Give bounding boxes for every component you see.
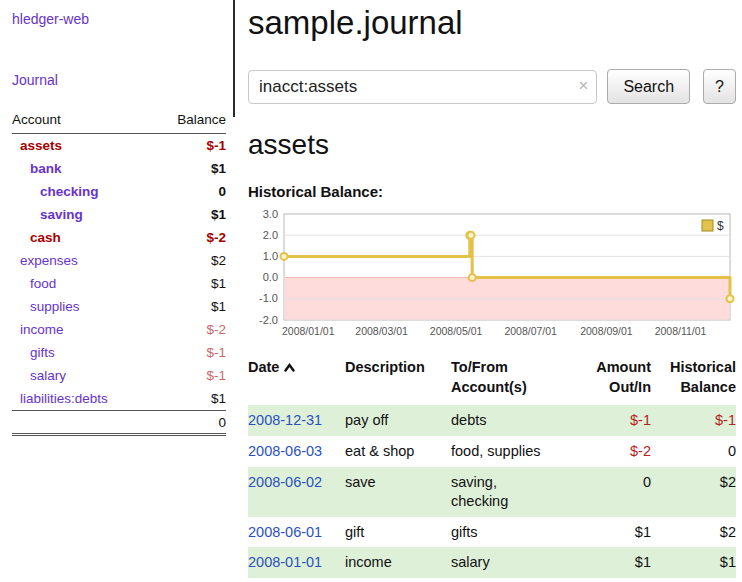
help-button[interactable]: ? (703, 69, 736, 104)
balance-chart: 3.02.01.00.0-1.0-2.02008/01/012008/03/01… (248, 208, 736, 344)
account-link-supplies[interactable]: supplies (30, 299, 80, 314)
sort-ascending-icon (284, 358, 295, 378)
account-link-liabilities-debts[interactable]: liabilities:debts (20, 391, 108, 406)
transaction-balance: $1 (651, 547, 736, 578)
search-box: × (248, 70, 597, 104)
search-row: × Search ? (248, 69, 736, 104)
account-link-bank[interactable]: bank (30, 161, 62, 176)
svg-text:-1.0: -1.0 (259, 292, 278, 304)
svg-text:0.0: 0.0 (263, 271, 278, 283)
register-header-date[interactable]: Date (248, 358, 345, 405)
transaction-balance: $2 (651, 517, 736, 548)
transaction-amount: $1 (569, 547, 651, 578)
account-balance: $-1 (154, 364, 226, 387)
svg-text:$: $ (717, 219, 724, 233)
transaction-date-link[interactable]: 2008-06-01 (248, 524, 322, 540)
svg-text:2008/11/01: 2008/11/01 (655, 325, 707, 337)
clear-search-icon[interactable]: × (578, 76, 588, 96)
register-header-balance: Historical Balance (651, 358, 736, 405)
svg-text:2008/07/01: 2008/07/01 (504, 325, 557, 337)
account-link-income[interactable]: income (20, 322, 64, 337)
account-balance: $-1 (154, 134, 226, 158)
main-content: sample.journal × Search ? assets Histori… (248, 0, 736, 578)
account-balance: $-2 (154, 226, 226, 249)
account-link-gifts[interactable]: gifts (30, 345, 55, 360)
transaction-accounts: debts (451, 405, 569, 436)
search-input[interactable] (248, 70, 597, 104)
accounts-header-row: Account Balance (12, 108, 226, 134)
account-link-cash[interactable]: cash (30, 230, 61, 245)
account-link-saving[interactable]: saving (40, 207, 83, 222)
accounts-header-balance: Balance (154, 108, 226, 134)
transaction-accounts: gifts (451, 517, 569, 548)
sidebar-divider (233, 0, 235, 117)
account-row: cash $-2 (12, 226, 226, 249)
sidebar: hledger-web Journal Account Balance asse… (0, 0, 236, 436)
transaction-date-link[interactable]: 2008-12-31 (248, 412, 322, 428)
account-row: salary $-1 (12, 364, 226, 387)
account-row: assets $-1 (12, 134, 226, 158)
svg-text:2008/09/01: 2008/09/01 (580, 325, 633, 337)
transaction-description: pay off (345, 405, 451, 436)
account-balance: $1 (154, 387, 226, 411)
search-button[interactable]: Search (607, 69, 690, 104)
register-row: 2008-01-01 income salary $1 $1 (248, 547, 736, 578)
register-header-description: Description (345, 358, 451, 405)
transaction-description: save (345, 467, 451, 517)
transaction-amount: $-1 (569, 405, 651, 436)
account-link-assets[interactable]: assets (20, 138, 62, 153)
register-header-accounts: To/From Account(s) (451, 358, 569, 405)
svg-text:2008/03/01: 2008/03/01 (355, 325, 408, 337)
account-balance: $1 (154, 272, 226, 295)
account-link-checking[interactable]: checking (40, 184, 99, 199)
app-brand-link[interactable]: hledger-web (12, 11, 89, 27)
account-link-salary[interactable]: salary (30, 368, 66, 383)
transaction-date-link[interactable]: 2008-06-02 (248, 474, 322, 490)
register-row: 2008-06-01 gift gifts $1 $2 (248, 517, 736, 548)
transaction-description: income (345, 547, 451, 578)
account-link-food[interactable]: food (30, 276, 56, 291)
account-link-expenses[interactable]: expenses (20, 253, 78, 268)
accounts-table: Account Balance assets $-1 bank $1 check… (12, 108, 226, 436)
transaction-accounts: food, supplies (451, 436, 569, 467)
accounts-header-account: Account (12, 108, 154, 134)
account-balance: $2 (154, 249, 226, 272)
transaction-description: gift (345, 517, 451, 548)
chart-container: 3.02.01.00.0-1.0-2.02008/01/012008/03/01… (248, 208, 736, 344)
svg-text:3.0: 3.0 (263, 208, 278, 220)
account-balance: $1 (154, 203, 226, 226)
account-row: gifts $-1 (12, 341, 226, 364)
account-row: liabilities:debts $1 (12, 387, 226, 411)
account-row: income $-2 (12, 318, 226, 341)
account-row: expenses $2 (12, 249, 226, 272)
transaction-amount: $-2 (569, 436, 651, 467)
svg-text:1.0: 1.0 (263, 250, 278, 262)
account-row: saving $1 (12, 203, 226, 226)
register-header-row: Date Description To/From Account(s) Amou… (248, 358, 736, 405)
transaction-date-link[interactable]: 2008-01-01 (248, 554, 322, 570)
transaction-balance: 0 (651, 436, 736, 467)
svg-text:-2.0: -2.0 (259, 314, 278, 326)
chart-title: Historical Balance: (248, 183, 736, 200)
svg-text:2.0: 2.0 (263, 229, 278, 241)
account-balance: $-2 (154, 318, 226, 341)
transaction-amount: $1 (569, 517, 651, 548)
register-table: Date Description To/From Account(s) Amou… (248, 358, 736, 578)
sidebar-item-journal[interactable]: Journal (12, 72, 236, 88)
account-heading: assets (248, 129, 736, 161)
accounts-total-row: 0 (12, 411, 226, 435)
svg-text:2008/01/01: 2008/01/01 (282, 325, 335, 337)
account-balance: $-1 (154, 341, 226, 364)
account-row: bank $1 (12, 157, 226, 180)
account-balance: 0 (154, 180, 226, 203)
transaction-balance: $2 (651, 467, 736, 517)
transaction-amount: 0 (569, 467, 651, 517)
account-row: checking 0 (12, 180, 226, 203)
transaction-date-link[interactable]: 2008-06-03 (248, 443, 322, 459)
transaction-accounts: salary (451, 547, 569, 578)
transaction-balance: $-1 (651, 405, 736, 436)
register-row: 2008-06-02 save saving, checking 0 $2 (248, 467, 736, 517)
register-header-amount: Amount Out/In (569, 358, 651, 405)
svg-text:2008/05/01: 2008/05/01 (430, 325, 483, 337)
page-title: sample.journal (248, 4, 736, 42)
